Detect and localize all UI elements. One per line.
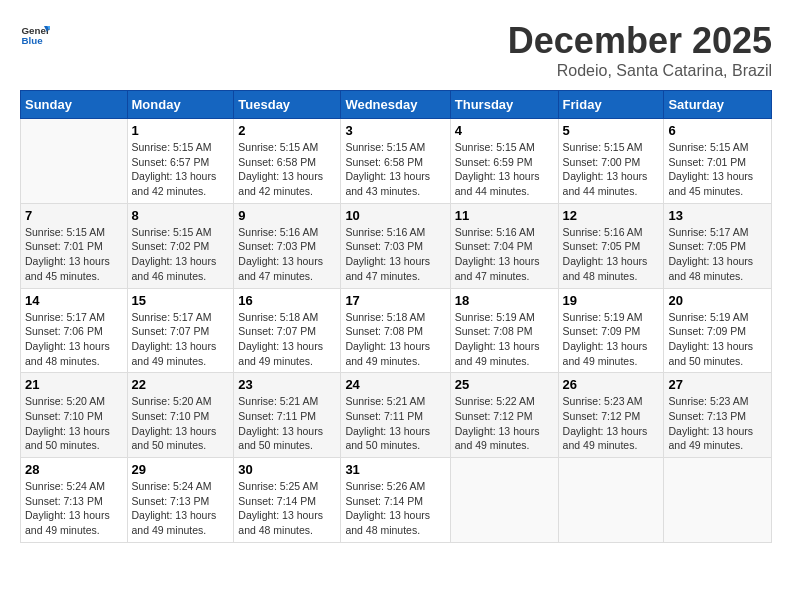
day-info: Sunrise: 5:26 AMSunset: 7:14 PMDaylight:… [345, 479, 445, 538]
day-info: Sunrise: 5:17 AMSunset: 7:06 PMDaylight:… [25, 310, 123, 369]
day-number: 9 [238, 208, 336, 223]
day-info: Sunrise: 5:16 AMSunset: 7:03 PMDaylight:… [238, 225, 336, 284]
day-number: 8 [132, 208, 230, 223]
day-number: 27 [668, 377, 767, 392]
day-info: Sunrise: 5:15 AMSunset: 6:59 PMDaylight:… [455, 140, 554, 199]
dow-header-monday: Monday [127, 91, 234, 119]
calendar-cell: 30Sunrise: 5:25 AMSunset: 7:14 PMDayligh… [234, 458, 341, 543]
calendar-cell: 15Sunrise: 5:17 AMSunset: 7:07 PMDayligh… [127, 288, 234, 373]
day-info: Sunrise: 5:18 AMSunset: 7:07 PMDaylight:… [238, 310, 336, 369]
calendar-cell: 4Sunrise: 5:15 AMSunset: 6:59 PMDaylight… [450, 119, 558, 204]
day-info: Sunrise: 5:19 AMSunset: 7:09 PMDaylight:… [563, 310, 660, 369]
calendar-cell: 24Sunrise: 5:21 AMSunset: 7:11 PMDayligh… [341, 373, 450, 458]
day-info: Sunrise: 5:21 AMSunset: 7:11 PMDaylight:… [238, 394, 336, 453]
day-info: Sunrise: 5:16 AMSunset: 7:03 PMDaylight:… [345, 225, 445, 284]
day-info: Sunrise: 5:21 AMSunset: 7:11 PMDaylight:… [345, 394, 445, 453]
day-number: 3 [345, 123, 445, 138]
dow-header-friday: Friday [558, 91, 664, 119]
calendar-cell: 7Sunrise: 5:15 AMSunset: 7:01 PMDaylight… [21, 203, 128, 288]
calendar-cell [664, 458, 772, 543]
calendar-cell: 14Sunrise: 5:17 AMSunset: 7:06 PMDayligh… [21, 288, 128, 373]
logo: General Blue [20, 20, 50, 50]
day-info: Sunrise: 5:18 AMSunset: 7:08 PMDaylight:… [345, 310, 445, 369]
day-number: 30 [238, 462, 336, 477]
day-number: 24 [345, 377, 445, 392]
calendar-cell: 12Sunrise: 5:16 AMSunset: 7:05 PMDayligh… [558, 203, 664, 288]
day-info: Sunrise: 5:15 AMSunset: 6:57 PMDaylight:… [132, 140, 230, 199]
page-title: December 2025 [508, 20, 772, 62]
day-info: Sunrise: 5:15 AMSunset: 6:58 PMDaylight:… [345, 140, 445, 199]
day-number: 29 [132, 462, 230, 477]
week-row-2: 7Sunrise: 5:15 AMSunset: 7:01 PMDaylight… [21, 203, 772, 288]
day-info: Sunrise: 5:19 AMSunset: 7:09 PMDaylight:… [668, 310, 767, 369]
calendar-cell: 2Sunrise: 5:15 AMSunset: 6:58 PMDaylight… [234, 119, 341, 204]
day-info: Sunrise: 5:15 AMSunset: 7:01 PMDaylight:… [25, 225, 123, 284]
calendar-cell: 8Sunrise: 5:15 AMSunset: 7:02 PMDaylight… [127, 203, 234, 288]
calendar-cell: 20Sunrise: 5:19 AMSunset: 7:09 PMDayligh… [664, 288, 772, 373]
week-row-3: 14Sunrise: 5:17 AMSunset: 7:06 PMDayligh… [21, 288, 772, 373]
day-info: Sunrise: 5:15 AMSunset: 7:02 PMDaylight:… [132, 225, 230, 284]
day-number: 10 [345, 208, 445, 223]
day-info: Sunrise: 5:24 AMSunset: 7:13 PMDaylight:… [25, 479, 123, 538]
day-number: 5 [563, 123, 660, 138]
calendar-cell: 29Sunrise: 5:24 AMSunset: 7:13 PMDayligh… [127, 458, 234, 543]
dow-header-saturday: Saturday [664, 91, 772, 119]
day-info: Sunrise: 5:24 AMSunset: 7:13 PMDaylight:… [132, 479, 230, 538]
day-number: 7 [25, 208, 123, 223]
page-subtitle: Rodeio, Santa Catarina, Brazil [508, 62, 772, 80]
day-info: Sunrise: 5:20 AMSunset: 7:10 PMDaylight:… [132, 394, 230, 453]
day-info: Sunrise: 5:23 AMSunset: 7:13 PMDaylight:… [668, 394, 767, 453]
calendar-cell: 3Sunrise: 5:15 AMSunset: 6:58 PMDaylight… [341, 119, 450, 204]
week-row-4: 21Sunrise: 5:20 AMSunset: 7:10 PMDayligh… [21, 373, 772, 458]
calendar-cell: 25Sunrise: 5:22 AMSunset: 7:12 PMDayligh… [450, 373, 558, 458]
calendar-cell: 31Sunrise: 5:26 AMSunset: 7:14 PMDayligh… [341, 458, 450, 543]
days-of-week-header: SundayMondayTuesdayWednesdayThursdayFrid… [21, 91, 772, 119]
day-info: Sunrise: 5:25 AMSunset: 7:14 PMDaylight:… [238, 479, 336, 538]
day-number: 23 [238, 377, 336, 392]
dow-header-thursday: Thursday [450, 91, 558, 119]
day-number: 25 [455, 377, 554, 392]
day-number: 26 [563, 377, 660, 392]
day-number: 31 [345, 462, 445, 477]
calendar-cell: 19Sunrise: 5:19 AMSunset: 7:09 PMDayligh… [558, 288, 664, 373]
calendar-cell: 26Sunrise: 5:23 AMSunset: 7:12 PMDayligh… [558, 373, 664, 458]
day-number: 18 [455, 293, 554, 308]
day-number: 6 [668, 123, 767, 138]
calendar-cell: 6Sunrise: 5:15 AMSunset: 7:01 PMDaylight… [664, 119, 772, 204]
day-number: 17 [345, 293, 445, 308]
dow-header-wednesday: Wednesday [341, 91, 450, 119]
day-number: 21 [25, 377, 123, 392]
calendar-cell [450, 458, 558, 543]
day-info: Sunrise: 5:16 AMSunset: 7:05 PMDaylight:… [563, 225, 660, 284]
day-number: 12 [563, 208, 660, 223]
day-info: Sunrise: 5:19 AMSunset: 7:08 PMDaylight:… [455, 310, 554, 369]
day-number: 2 [238, 123, 336, 138]
day-info: Sunrise: 5:17 AMSunset: 7:07 PMDaylight:… [132, 310, 230, 369]
week-row-1: 1Sunrise: 5:15 AMSunset: 6:57 PMDaylight… [21, 119, 772, 204]
calendar-cell: 28Sunrise: 5:24 AMSunset: 7:13 PMDayligh… [21, 458, 128, 543]
calendar-table: SundayMondayTuesdayWednesdayThursdayFrid… [20, 90, 772, 543]
calendar-cell: 16Sunrise: 5:18 AMSunset: 7:07 PMDayligh… [234, 288, 341, 373]
svg-text:Blue: Blue [22, 35, 44, 46]
calendar-cell: 5Sunrise: 5:15 AMSunset: 7:00 PMDaylight… [558, 119, 664, 204]
header: General Blue December 2025 Rodeio, Santa… [20, 20, 772, 80]
calendar-cell: 18Sunrise: 5:19 AMSunset: 7:08 PMDayligh… [450, 288, 558, 373]
calendar-cell: 21Sunrise: 5:20 AMSunset: 7:10 PMDayligh… [21, 373, 128, 458]
dow-header-sunday: Sunday [21, 91, 128, 119]
day-number: 15 [132, 293, 230, 308]
calendar-cell: 27Sunrise: 5:23 AMSunset: 7:13 PMDayligh… [664, 373, 772, 458]
logo-icon: General Blue [20, 20, 50, 50]
calendar-cell [21, 119, 128, 204]
dow-header-tuesday: Tuesday [234, 91, 341, 119]
calendar-cell: 22Sunrise: 5:20 AMSunset: 7:10 PMDayligh… [127, 373, 234, 458]
day-info: Sunrise: 5:15 AMSunset: 6:58 PMDaylight:… [238, 140, 336, 199]
day-number: 22 [132, 377, 230, 392]
week-row-5: 28Sunrise: 5:24 AMSunset: 7:13 PMDayligh… [21, 458, 772, 543]
calendar-cell: 13Sunrise: 5:17 AMSunset: 7:05 PMDayligh… [664, 203, 772, 288]
day-info: Sunrise: 5:15 AMSunset: 7:00 PMDaylight:… [563, 140, 660, 199]
day-info: Sunrise: 5:16 AMSunset: 7:04 PMDaylight:… [455, 225, 554, 284]
day-info: Sunrise: 5:20 AMSunset: 7:10 PMDaylight:… [25, 394, 123, 453]
day-number: 11 [455, 208, 554, 223]
day-number: 19 [563, 293, 660, 308]
day-number: 13 [668, 208, 767, 223]
